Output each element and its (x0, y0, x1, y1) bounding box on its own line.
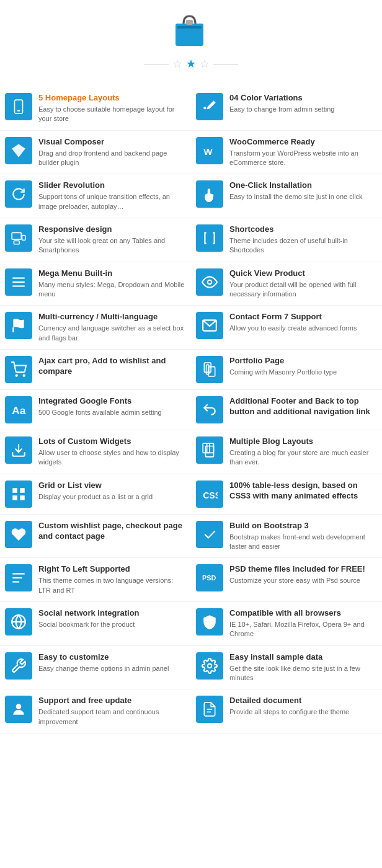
feature-title: Compatible with all browsers (229, 608, 377, 619)
feature-item-contactform: Contact Form 7 SupportAllow you to easil… (191, 306, 382, 350)
feature-title: Slider Revolution (38, 180, 186, 191)
feature-text: Social network integrationSocial bookmar… (38, 608, 186, 629)
feature-text: 100% table-less design, based on CSS3 wi… (229, 480, 377, 503)
cart-icon (5, 356, 32, 383)
css3-icon: CSS (196, 480, 223, 508)
feature-desc: 500 Google fonts available admin setting (38, 408, 186, 417)
star-2: ★ (186, 57, 196, 71)
feature-item-wishlist: Custom wishlist page, checkout page and … (0, 515, 191, 559)
svg-text:CSS: CSS (203, 490, 218, 500)
diamond-icon (5, 137, 32, 164)
feature-title: Build on Bootstrap 3 (229, 521, 377, 531)
feature-item-ajaxcart: Ajax cart pro, Add to wishlist and compa… (0, 350, 191, 390)
feature-title: Multiple Blog Layouts (229, 436, 377, 447)
feature-title: Shortcodes (229, 224, 377, 235)
svg-rect-6 (12, 232, 21, 239)
feature-title: 5 Homepage Layouts (38, 93, 186, 104)
feature-desc: Bootstrap makes front-end web developmen… (229, 533, 377, 552)
svg-text:PSD: PSD (202, 575, 216, 582)
feature-title: Right To Left Supported (38, 564, 186, 575)
woo-icon: W (196, 137, 223, 164)
features-grid: 5 Homepage LayoutsEasy to choose suitabl… (0, 87, 382, 733)
feature-title: Easy to customize (38, 652, 186, 663)
feature-item-shortcodes: ShortcodesTheme includes dozen of useful… (191, 218, 382, 262)
feature-desc: Transform your WordPress website into an… (229, 149, 377, 168)
refresh-icon (5, 180, 32, 208)
feature-title: Additional Footer and Back to top button… (229, 396, 377, 417)
svg-rect-25 (12, 488, 17, 493)
feature-desc: Drag and drop frontend and backend page … (38, 149, 186, 168)
feature-text: Custom wishlist page, checkout page and … (38, 521, 186, 543)
feature-desc: Theme includes dozen of useful built-in … (229, 236, 377, 255)
feature-title: Easy install sample data (229, 652, 377, 663)
feature-text: Right To Left SupportedThis theme comes … (38, 564, 186, 595)
feature-text: Lots of Custom WidgetsAllow user to choo… (38, 436, 186, 467)
feature-desc: Many menu styles: Mega, Dropdown and Mob… (38, 280, 186, 299)
svg-rect-28 (20, 495, 25, 500)
feature-title: Custom wishlist page, checkout page and … (38, 521, 186, 542)
star-3: ☆ (200, 57, 210, 71)
divider-left (144, 64, 169, 64)
email-icon (196, 312, 223, 339)
feature-item-css3: CSS100% table-less design, based on CSS3… (191, 474, 382, 515)
svg-rect-23 (207, 443, 214, 453)
feature-desc: Your site will look great on any Tables … (38, 236, 186, 255)
feature-text: Easy install sample dataGet the site loo… (229, 652, 377, 683)
feature-title: Ajax cart pro, Add to wishlist and compa… (38, 356, 186, 377)
feature-item-googlefonts: AaIntegrated Google Fonts500 Google font… (0, 390, 191, 430)
feature-text: Compatible with all browsersIE 10+, Safa… (229, 608, 377, 639)
feature-text: Build on Bootstrap 3Bootstrap makes fron… (229, 521, 377, 552)
feature-text: Support and free updateDedicated support… (38, 696, 186, 727)
feature-title: Visual Composer (38, 137, 186, 148)
feature-item-portfolio: Portfolio PageComing with Masonry Portfo… (191, 350, 382, 390)
screen-icon (5, 224, 32, 252)
feature-desc: Easy change theme options in admin panel (38, 664, 186, 673)
feature-desc: Customize your store easy with Psd sourc… (229, 576, 377, 585)
font-icon: Aa (5, 396, 32, 423)
feature-title: Integrated Google Fonts (38, 396, 186, 407)
feature-item-psd: PSDPSD theme files included for FREE!Cus… (191, 558, 382, 602)
feature-text: Responsive designYour site will look gre… (38, 224, 186, 255)
bootstrap-icon (196, 521, 223, 548)
eye-icon (196, 268, 223, 296)
feature-title: One-Click Installation (229, 180, 377, 191)
feature-desc: Get the site look like demo site just in… (229, 664, 377, 683)
feature-item-document: Detailed documentProvide all steps to co… (191, 689, 382, 733)
feature-text: Portfolio PageComing with Masonry Portfo… (229, 356, 377, 377)
flag-icon (5, 312, 32, 339)
feature-desc: Easy to change from admin setting (229, 105, 377, 114)
psd-icon: PSD (196, 564, 223, 591)
feature-title: WooCommerce Ready (229, 137, 377, 148)
feature-title: Mega Menu Built-in (38, 268, 186, 279)
svg-rect-11 (12, 285, 25, 286)
star-1: ☆ (172, 57, 182, 71)
svg-rect-2 (186, 20, 193, 25)
feature-text: Easy to customizeEasy change theme optio… (38, 652, 186, 673)
feature-title: Social network integration (38, 608, 186, 619)
feature-item-gridlist: Grid or List viewDisplay your product as… (0, 474, 191, 515)
feature-item-footer: Additional Footer and Back to top button… (191, 390, 382, 430)
feature-item-social: Social network integrationSocial bookmar… (0, 602, 191, 646)
svg-text:W: W (203, 146, 213, 156)
svg-rect-7 (14, 241, 19, 244)
feature-title: Quick View Product (229, 268, 377, 279)
svg-rect-10 (12, 281, 25, 283)
svg-point-12 (208, 280, 212, 284)
svg-rect-9 (12, 277, 25, 278)
svg-point-36 (208, 663, 212, 668)
feature-desc: Display your product as a list or a grid (38, 492, 186, 502)
feature-item-megamenu: Mega Menu Built-inMany menu styles: Mega… (0, 262, 191, 306)
svg-rect-26 (20, 488, 25, 493)
feature-text: ShortcodesTheme includes dozen of useful… (229, 224, 377, 255)
feature-text: One-Click InstallationEasy to install th… (229, 180, 377, 202)
wrench-icon (5, 652, 32, 680)
feature-title: Multi-currency / Multi-language (38, 312, 186, 322)
feature-text: Multiple Blog LayoutsCreating a blog for… (229, 436, 377, 467)
feature-text: WooCommerce ReadyTransform your WordPres… (229, 137, 377, 168)
feature-title: Detailed document (229, 696, 377, 706)
svg-rect-32 (12, 582, 19, 583)
feature-item-oneclick: One-Click InstallationEasy to install th… (191, 174, 382, 218)
feature-title: 100% table-less design, based on CSS3 wi… (229, 480, 377, 502)
feature-text: Visual ComposerDrag and drop frontend an… (38, 137, 186, 168)
download-icon (5, 436, 32, 464)
